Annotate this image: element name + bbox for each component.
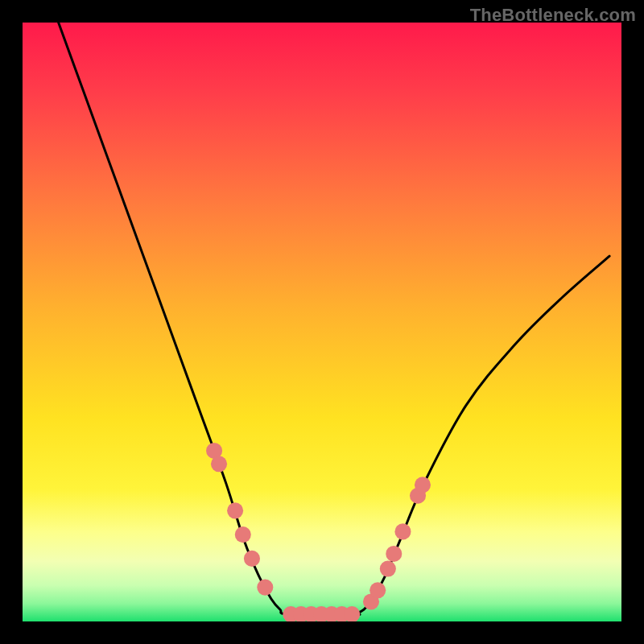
data-marker — [386, 546, 402, 562]
data-marker — [244, 551, 260, 567]
attribution-watermark: TheBottleneck.com — [470, 5, 636, 26]
chart-frame: TheBottleneck.com — [0, 0, 644, 644]
data-marker — [415, 477, 431, 493]
data-marker — [394, 523, 411, 539]
data-marker — [344, 606, 360, 622]
data-marker — [257, 580, 273, 596]
data-marker — [235, 526, 251, 543]
plot-background — [23, 23, 621, 621]
data-marker — [227, 502, 243, 518]
data-marker — [369, 582, 386, 598]
data-marker — [380, 560, 396, 576]
data-marker — [211, 456, 227, 472]
bottleneck-chart — [0, 0, 644, 644]
